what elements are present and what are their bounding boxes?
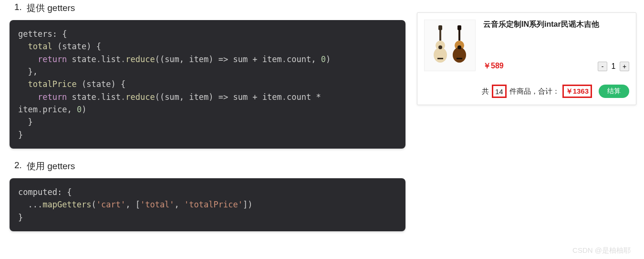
summary-middle: 件商品，合计： <box>509 87 560 96</box>
svg-point-10 <box>453 47 466 63</box>
checkout-button[interactable]: 结算 <box>599 85 629 98</box>
total-price: ￥1363 <box>566 87 589 96</box>
total-count-box: 14 <box>492 85 507 98</box>
svg-rect-1 <box>438 25 442 30</box>
heading-2-text: 使用 getters <box>27 161 75 171</box>
svg-rect-5 <box>437 58 443 59</box>
guitar-icon <box>432 25 449 65</box>
minus-button[interactable]: - <box>598 62 607 71</box>
svg-rect-12 <box>457 58 462 59</box>
svg-point-11 <box>457 45 461 49</box>
total-price-box: ￥1363 <box>562 85 592 98</box>
cart-summary: 共 14 件商品，合计： ￥1363 结算 <box>424 85 629 98</box>
svg-point-4 <box>438 45 442 49</box>
heading-2-num: 2. <box>14 160 22 171</box>
svg-point-3 <box>434 47 447 63</box>
heading-1-num: 1. <box>14 2 22 12</box>
watermark: CSDN @是柚柚耶 <box>572 246 631 255</box>
guitar-icon <box>451 25 468 65</box>
product-title: 云音乐定制IN系列intar民谣木吉他 <box>483 20 629 30</box>
heading-2: 2. 使用 getters <box>10 160 405 173</box>
quantity-stepper: - 1 + <box>598 62 629 71</box>
quantity-value: 1 <box>609 62 618 71</box>
heading-1: 1. 提供 getters <box>10 2 405 14</box>
summary-prefix: 共 <box>482 87 489 96</box>
heading-1-text: 提供 getters <box>27 3 75 13</box>
product-price: ￥589 <box>483 61 504 71</box>
total-count: 14 <box>495 87 503 96</box>
product-row: 云音乐定制IN系列intar民谣木吉他 ￥589 - 1 + <box>424 20 629 71</box>
product-image <box>424 20 476 71</box>
cart-card: 云音乐定制IN系列intar民谣木吉他 ￥589 - 1 + 共 14 <box>417 12 636 105</box>
code-block-getters: getters: { total (state) { return state.… <box>10 20 405 149</box>
code-block-computed: computed: { ...mapGetters('cart', ['tota… <box>10 178 405 231</box>
svg-rect-7 <box>457 25 461 30</box>
plus-button[interactable]: + <box>620 62 629 71</box>
